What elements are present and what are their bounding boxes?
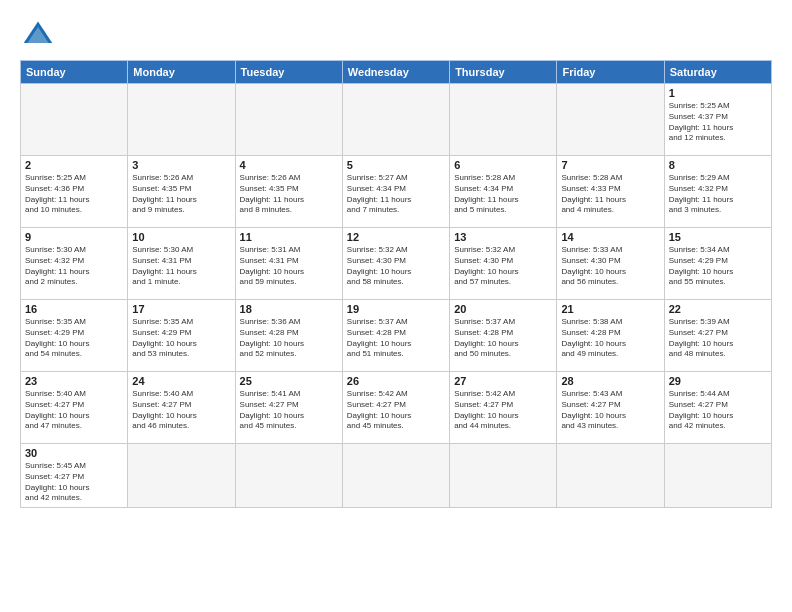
calendar-cell xyxy=(235,444,342,508)
day-info: Sunrise: 5:30 AM Sunset: 4:32 PM Dayligh… xyxy=(25,245,123,288)
day-number: 28 xyxy=(561,375,659,387)
calendar-cell: 22Sunrise: 5:39 AM Sunset: 4:27 PM Dayli… xyxy=(664,300,771,372)
calendar-cell xyxy=(557,444,664,508)
day-info: Sunrise: 5:32 AM Sunset: 4:30 PM Dayligh… xyxy=(347,245,445,288)
calendar-cell: 25Sunrise: 5:41 AM Sunset: 4:27 PM Dayli… xyxy=(235,372,342,444)
day-info: Sunrise: 5:28 AM Sunset: 4:34 PM Dayligh… xyxy=(454,173,552,216)
week-row: 23Sunrise: 5:40 AM Sunset: 4:27 PM Dayli… xyxy=(21,372,772,444)
day-header-friday: Friday xyxy=(557,61,664,84)
day-number: 19 xyxy=(347,303,445,315)
day-number: 3 xyxy=(132,159,230,171)
day-info: Sunrise: 5:40 AM Sunset: 4:27 PM Dayligh… xyxy=(132,389,230,432)
day-info: Sunrise: 5:45 AM Sunset: 4:27 PM Dayligh… xyxy=(25,461,123,504)
day-number: 14 xyxy=(561,231,659,243)
calendar-cell xyxy=(342,84,449,156)
day-number: 18 xyxy=(240,303,338,315)
day-info: Sunrise: 5:44 AM Sunset: 4:27 PM Dayligh… xyxy=(669,389,767,432)
day-header-wednesday: Wednesday xyxy=(342,61,449,84)
calendar-cell: 20Sunrise: 5:37 AM Sunset: 4:28 PM Dayli… xyxy=(450,300,557,372)
day-info: Sunrise: 5:40 AM Sunset: 4:27 PM Dayligh… xyxy=(25,389,123,432)
day-info: Sunrise: 5:38 AM Sunset: 4:28 PM Dayligh… xyxy=(561,317,659,360)
calendar-cell: 23Sunrise: 5:40 AM Sunset: 4:27 PM Dayli… xyxy=(21,372,128,444)
calendar-cell: 19Sunrise: 5:37 AM Sunset: 4:28 PM Dayli… xyxy=(342,300,449,372)
day-number: 7 xyxy=(561,159,659,171)
calendar-cell: 27Sunrise: 5:42 AM Sunset: 4:27 PM Dayli… xyxy=(450,372,557,444)
calendar-cell: 15Sunrise: 5:34 AM Sunset: 4:29 PM Dayli… xyxy=(664,228,771,300)
day-info: Sunrise: 5:26 AM Sunset: 4:35 PM Dayligh… xyxy=(132,173,230,216)
day-info: Sunrise: 5:43 AM Sunset: 4:27 PM Dayligh… xyxy=(561,389,659,432)
day-info: Sunrise: 5:29 AM Sunset: 4:32 PM Dayligh… xyxy=(669,173,767,216)
day-number: 11 xyxy=(240,231,338,243)
calendar-cell: 9Sunrise: 5:30 AM Sunset: 4:32 PM Daylig… xyxy=(21,228,128,300)
day-number: 6 xyxy=(454,159,552,171)
week-row: 2Sunrise: 5:25 AM Sunset: 4:36 PM Daylig… xyxy=(21,156,772,228)
day-info: Sunrise: 5:35 AM Sunset: 4:29 PM Dayligh… xyxy=(25,317,123,360)
calendar-cell: 26Sunrise: 5:42 AM Sunset: 4:27 PM Dayli… xyxy=(342,372,449,444)
calendar-cell xyxy=(235,84,342,156)
day-info: Sunrise: 5:28 AM Sunset: 4:33 PM Dayligh… xyxy=(561,173,659,216)
calendar-cell xyxy=(450,444,557,508)
day-number: 16 xyxy=(25,303,123,315)
calendar-cell: 2Sunrise: 5:25 AM Sunset: 4:36 PM Daylig… xyxy=(21,156,128,228)
calendar-header-row: SundayMondayTuesdayWednesdayThursdayFrid… xyxy=(21,61,772,84)
calendar-cell xyxy=(21,84,128,156)
calendar-table: SundayMondayTuesdayWednesdayThursdayFrid… xyxy=(20,60,772,508)
day-number: 25 xyxy=(240,375,338,387)
day-number: 23 xyxy=(25,375,123,387)
day-info: Sunrise: 5:27 AM Sunset: 4:34 PM Dayligh… xyxy=(347,173,445,216)
day-number: 24 xyxy=(132,375,230,387)
day-number: 15 xyxy=(669,231,767,243)
day-header-monday: Monday xyxy=(128,61,235,84)
day-info: Sunrise: 5:37 AM Sunset: 4:28 PM Dayligh… xyxy=(454,317,552,360)
calendar-cell xyxy=(557,84,664,156)
week-row: 30Sunrise: 5:45 AM Sunset: 4:27 PM Dayli… xyxy=(21,444,772,508)
day-number: 26 xyxy=(347,375,445,387)
calendar-cell: 14Sunrise: 5:33 AM Sunset: 4:30 PM Dayli… xyxy=(557,228,664,300)
day-header-thursday: Thursday xyxy=(450,61,557,84)
calendar-cell: 24Sunrise: 5:40 AM Sunset: 4:27 PM Dayli… xyxy=(128,372,235,444)
day-info: Sunrise: 5:39 AM Sunset: 4:27 PM Dayligh… xyxy=(669,317,767,360)
day-info: Sunrise: 5:33 AM Sunset: 4:30 PM Dayligh… xyxy=(561,245,659,288)
day-number: 5 xyxy=(347,159,445,171)
day-info: Sunrise: 5:25 AM Sunset: 4:37 PM Dayligh… xyxy=(669,101,767,144)
calendar-cell xyxy=(342,444,449,508)
calendar-cell: 6Sunrise: 5:28 AM Sunset: 4:34 PM Daylig… xyxy=(450,156,557,228)
day-info: Sunrise: 5:32 AM Sunset: 4:30 PM Dayligh… xyxy=(454,245,552,288)
calendar-cell: 29Sunrise: 5:44 AM Sunset: 4:27 PM Dayli… xyxy=(664,372,771,444)
day-number: 30 xyxy=(25,447,123,459)
day-info: Sunrise: 5:25 AM Sunset: 4:36 PM Dayligh… xyxy=(25,173,123,216)
week-row: 9Sunrise: 5:30 AM Sunset: 4:32 PM Daylig… xyxy=(21,228,772,300)
day-info: Sunrise: 5:34 AM Sunset: 4:29 PM Dayligh… xyxy=(669,245,767,288)
logo-icon xyxy=(22,18,54,50)
week-row: 1Sunrise: 5:25 AM Sunset: 4:37 PM Daylig… xyxy=(21,84,772,156)
day-info: Sunrise: 5:41 AM Sunset: 4:27 PM Dayligh… xyxy=(240,389,338,432)
day-number: 13 xyxy=(454,231,552,243)
calendar-cell xyxy=(128,444,235,508)
page: SundayMondayTuesdayWednesdayThursdayFrid… xyxy=(0,0,792,612)
calendar-cell: 11Sunrise: 5:31 AM Sunset: 4:31 PM Dayli… xyxy=(235,228,342,300)
day-header-saturday: Saturday xyxy=(664,61,771,84)
calendar-cell: 16Sunrise: 5:35 AM Sunset: 4:29 PM Dayli… xyxy=(21,300,128,372)
day-number: 10 xyxy=(132,231,230,243)
calendar-cell xyxy=(664,444,771,508)
calendar-cell xyxy=(128,84,235,156)
calendar-cell: 12Sunrise: 5:32 AM Sunset: 4:30 PM Dayli… xyxy=(342,228,449,300)
day-info: Sunrise: 5:42 AM Sunset: 4:27 PM Dayligh… xyxy=(347,389,445,432)
calendar-cell: 7Sunrise: 5:28 AM Sunset: 4:33 PM Daylig… xyxy=(557,156,664,228)
day-info: Sunrise: 5:37 AM Sunset: 4:28 PM Dayligh… xyxy=(347,317,445,360)
calendar-cell: 5Sunrise: 5:27 AM Sunset: 4:34 PM Daylig… xyxy=(342,156,449,228)
day-info: Sunrise: 5:36 AM Sunset: 4:28 PM Dayligh… xyxy=(240,317,338,360)
day-number: 17 xyxy=(132,303,230,315)
day-info: Sunrise: 5:35 AM Sunset: 4:29 PM Dayligh… xyxy=(132,317,230,360)
day-info: Sunrise: 5:42 AM Sunset: 4:27 PM Dayligh… xyxy=(454,389,552,432)
day-number: 1 xyxy=(669,87,767,99)
calendar-cell: 4Sunrise: 5:26 AM Sunset: 4:35 PM Daylig… xyxy=(235,156,342,228)
calendar-cell: 18Sunrise: 5:36 AM Sunset: 4:28 PM Dayli… xyxy=(235,300,342,372)
calendar-cell: 28Sunrise: 5:43 AM Sunset: 4:27 PM Dayli… xyxy=(557,372,664,444)
calendar-cell: 21Sunrise: 5:38 AM Sunset: 4:28 PM Dayli… xyxy=(557,300,664,372)
day-number: 27 xyxy=(454,375,552,387)
calendar-cell: 17Sunrise: 5:35 AM Sunset: 4:29 PM Dayli… xyxy=(128,300,235,372)
day-info: Sunrise: 5:30 AM Sunset: 4:31 PM Dayligh… xyxy=(132,245,230,288)
day-info: Sunrise: 5:26 AM Sunset: 4:35 PM Dayligh… xyxy=(240,173,338,216)
week-row: 16Sunrise: 5:35 AM Sunset: 4:29 PM Dayli… xyxy=(21,300,772,372)
